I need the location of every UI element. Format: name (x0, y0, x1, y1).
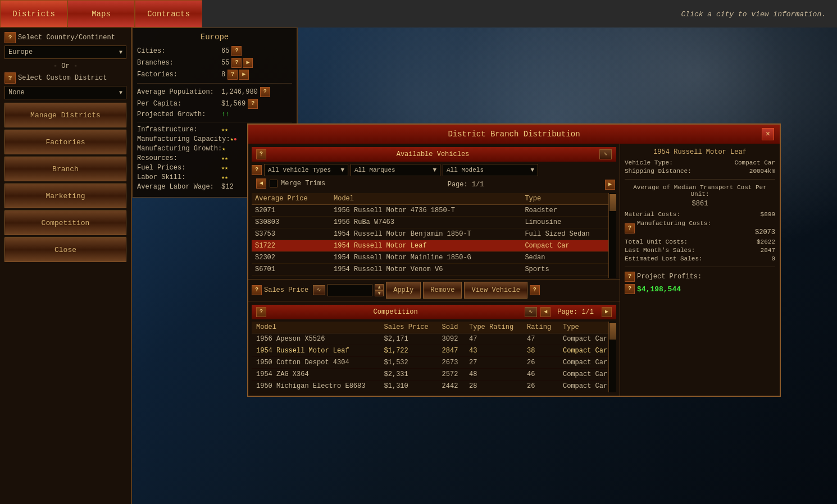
comp-help-btn[interactable]: ? (256, 307, 266, 317)
mfg-costs-help-btn[interactable]: ? (625, 223, 635, 233)
comp-row[interactable]: 1956 Apeson X5526$2,17130924747Compact C… (252, 333, 616, 345)
modal-inner: ? Available Vehicles ∿ ? All Vehicle Typ… (248, 144, 780, 396)
detail-mfg-costs: Manufacturing Costs: (637, 220, 775, 227)
next-page-btn[interactable]: ▶ (605, 180, 615, 190)
country-section: ? Select Country/Continent Europe ▼ (4, 32, 126, 59)
branches-row: Branches: 55 ? ▶ (137, 58, 292, 68)
comp-page-label: Page: 1/1 (557, 308, 594, 316)
vehicle-row[interactable]: $23021954 Russell Motor Mainline 1850-GS… (252, 252, 616, 264)
comp-row[interactable]: 1954 Russell Motor Leaf$1,72228474338Com… (252, 345, 616, 357)
profits-help-btn-1[interactable]: ? (625, 272, 635, 282)
factories-nav-btn[interactable]: ▶ (239, 70, 249, 80)
vehicle-row[interactable]: $37531954 Russell Motor Benjamin 1850-TF… (252, 228, 616, 240)
remove-button[interactable]: Remove (423, 282, 462, 299)
detail-title: 1954 Russell Motor Leaf (625, 148, 775, 156)
factories-row: Factories: 8 ? ▶ (137, 70, 292, 80)
col-type: Type (521, 193, 616, 205)
comp-row[interactable]: 1954 ZAG X364$2,33125724846Compact Car (252, 369, 616, 381)
manage-districts-button[interactable]: Manage Districts (4, 103, 126, 127)
vehicle-row[interactable]: $308031956 RuBa W7463Limousine (252, 217, 616, 228)
profits-value: $4,198,544 (637, 285, 681, 294)
comp-header: ? Competition ∿ ◀ Page: 1/1 ▶ (252, 305, 616, 319)
detail-transport-label: Average of Median Transport Cost Per Uni… (625, 184, 775, 198)
col-model: Model (330, 193, 521, 205)
modal-left: ? Available Vehicles ∿ ? All Vehicle Typ… (248, 144, 620, 396)
vehicle-row[interactable]: $20711956 Russell Motor 4736 1850-TRoads… (252, 205, 616, 217)
projected-growth-row: Projected Growth: ↑↑ (137, 111, 292, 118)
per-capita-row: Per Capita: $1,569 ? (137, 99, 292, 109)
vehicles-help-btn[interactable]: ? (256, 149, 266, 159)
vehicles-table: Average Price Model Type $20711956 Russe… (252, 193, 616, 276)
detail-mfg-costs-val: $2073 (637, 228, 775, 236)
or-divider: - Or - (4, 62, 126, 70)
comp-col-type: Type (558, 322, 616, 333)
country-help-btn[interactable]: ? (4, 32, 16, 43)
profits-label: Project Profits: (637, 273, 702, 281)
models-dropdown[interactable]: All Models▼ (443, 164, 538, 176)
vehicle-row[interactable]: $17221954 Russell Motor LeafCompact Car (252, 240, 616, 252)
comp-col-sold: Sold (438, 322, 465, 333)
price-up-btn[interactable]: ▲ (375, 284, 384, 290)
sales-price-input[interactable]: 1722 (327, 284, 372, 296)
custom-district-label: Select Custom District (18, 74, 107, 82)
comp-next-btn[interactable]: ▶ (602, 307, 612, 317)
price-down-btn[interactable]: ▼ (375, 290, 384, 296)
hint-text: Click a city to view information. (681, 10, 826, 18)
close-button[interactable]: Close (4, 237, 126, 262)
comp-row[interactable]: 1950 Michigan Electro E8683$1,3102442282… (252, 381, 616, 392)
info-title: Europe (137, 33, 292, 42)
merge-trims-label: Merge Trims (281, 180, 325, 187)
avg-pop-help-btn[interactable]: ? (260, 87, 270, 97)
competition-button[interactable]: Competition (4, 210, 126, 235)
factories-button[interactable]: Factories (4, 130, 126, 154)
vehicle-row[interactable]: $67011954 Russell Motor Venom V6Sports (252, 264, 616, 276)
custom-district-section: ? Select Custom District None ▼ (4, 72, 126, 99)
modal-close-btn[interactable]: × (762, 128, 774, 140)
merge-trims-checkbox[interactable] (270, 180, 278, 187)
sales-action-help-btn[interactable]: ? (530, 285, 540, 295)
cities-row: Cities: 65 ? (137, 46, 292, 56)
marketing-button[interactable]: Marketing (4, 184, 126, 208)
factories-help-btn[interactable]: ? (228, 70, 238, 80)
col-price: Average Price (252, 193, 330, 205)
apply-button[interactable]: Apply (386, 282, 421, 299)
detail-estimated-lost: Estimated Lost Sales: 0 (625, 255, 775, 262)
comp-graph-btn[interactable]: ∿ (525, 307, 537, 317)
sales-help-btn[interactable]: ? (252, 285, 262, 295)
modal-title: District Branch Distribution (448, 130, 580, 139)
vehicles-graph-btn[interactable]: ∿ (599, 149, 612, 159)
custom-district-help-btn[interactable]: ? (4, 72, 16, 84)
comp-prev-btn[interactable]: ◀ (540, 307, 551, 317)
merge-trims-row: ◀ Merge Trims (253, 178, 327, 189)
contracts-tab[interactable]: Contracts (135, 0, 202, 28)
vehicle-type-dropdown[interactable]: All Vehicle Types▼ (264, 164, 348, 176)
maps-tab[interactable]: Maps (67, 0, 135, 28)
comp-table: Model Sales Price Sold Type Rating Ratin… (252, 322, 616, 392)
cities-help-btn[interactable]: ? (231, 46, 242, 56)
sales-graph-btn[interactable]: ∿ (313, 285, 325, 295)
detail-shipping: Shipping Distance: 20004km (625, 168, 775, 175)
country-label: Select Country/Continent (18, 34, 115, 42)
marques-dropdown[interactable]: All Marques▼ (351, 164, 440, 176)
detail-material-costs: Material Costs: $899 (625, 211, 775, 218)
sidebar: ? Select Country/Continent Europe ▼ - Or… (0, 28, 132, 504)
profits-help-btn-2[interactable]: ? (625, 284, 635, 294)
comp-col-model: Model (252, 322, 380, 333)
top-nav: Districts Maps Contracts Click a city to… (0, 0, 837, 28)
branches-nav-btn[interactable]: ▶ (243, 58, 253, 68)
country-dropdown[interactable]: Europe ▼ (4, 45, 126, 59)
filter-help-btn[interactable]: ? (252, 165, 262, 175)
sales-price-label: Sales Price (264, 286, 308, 294)
comp-title: Competition (269, 308, 522, 316)
view-vehicle-button[interactable]: View Vehicle (464, 282, 527, 299)
vehicles-title: Available Vehicles (269, 150, 597, 158)
price-updown: ▲ ▼ (375, 284, 384, 296)
page-label: Page: 1/1 (448, 181, 484, 189)
comp-row[interactable]: 1950 Cotton Despot 4304$1,53226732726Com… (252, 357, 616, 369)
per-capita-help-btn[interactable]: ? (248, 99, 258, 109)
custom-district-dropdown[interactable]: None ▼ (4, 86, 126, 99)
branch-button[interactable]: Branch (4, 157, 126, 181)
branches-help-btn[interactable]: ? (231, 58, 242, 68)
prev-page-btn[interactable]: ◀ (256, 178, 266, 189)
districts-tab[interactable]: Districts (0, 0, 67, 28)
